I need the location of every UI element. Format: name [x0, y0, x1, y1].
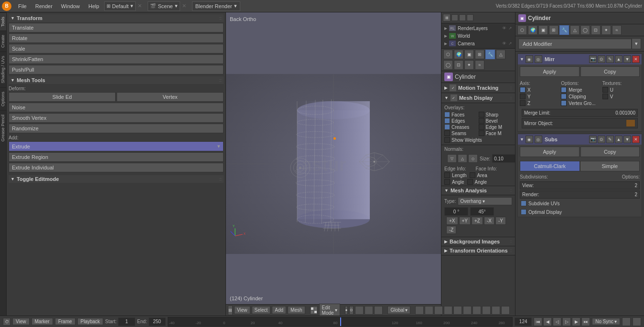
mirror-camera-icon[interactable]: 📷 — [589, 55, 597, 63]
mesh-display-header[interactable]: ▼ ✓ Mesh Display :: — [441, 93, 515, 103]
outliner-icon3[interactable] — [459, 14, 466, 21]
mod-prop-icon-scene[interactable]: ⬡ — [517, 25, 527, 35]
axis-btn-px[interactable]: +X — [446, 217, 458, 225]
tex-u-checkbox[interactable] — [602, 87, 608, 93]
checkbox-creases[interactable] — [444, 124, 450, 130]
checkbox-face-angle[interactable] — [467, 179, 473, 185]
axis-btn-ny[interactable]: -Y — [495, 217, 506, 225]
vp-extra-btn8[interactable] — [482, 306, 491, 315]
mod-prop-icon-data[interactable]: △ — [570, 25, 580, 35]
checkbox-showweights[interactable] — [444, 137, 450, 143]
menu-file[interactable]: File — [14, 2, 31, 10]
pb-next-frame[interactable]: ▶ — [572, 317, 580, 326]
prop-icon-physics[interactable]: ≈ — [475, 60, 484, 70]
normals-vertex-btn[interactable]: ◇ — [468, 154, 478, 163]
prop-icon-modifier[interactable]: 🔧 — [485, 50, 495, 59]
pb-play[interactable]: ▷ — [562, 317, 571, 326]
scene-selector[interactable]: 🎬 Scene ▾ — [148, 1, 180, 11]
checkbox-edgem[interactable] — [479, 124, 484, 130]
normals-face-btn2[interactable]: △ — [458, 154, 467, 163]
mesh-analysis-header[interactable]: ▼ Mesh Analysis :: — [441, 186, 515, 195]
mod-prop-icon-object[interactable]: ▣ — [538, 25, 548, 35]
transform-panel-header[interactable]: ▼ Transform :: — [9, 14, 224, 22]
no-sync-dropdown[interactable]: No Sync ▾ — [592, 318, 620, 325]
timeline-extra-btn2[interactable] — [633, 317, 641, 326]
menu-render[interactable]: Render — [32, 2, 56, 10]
vp-snap-btn[interactable] — [355, 306, 364, 315]
btn-smooth-vertex[interactable]: Smooth Vertex — [9, 113, 224, 123]
vp-extra-btn6[interactable] — [463, 306, 472, 315]
subsurf-close-icon[interactable]: ✕ — [632, 136, 640, 143]
menu-help[interactable]: Help — [85, 2, 103, 10]
btn-slide-ed[interactable]: Slide Ed — [9, 92, 116, 102]
btn-extrude-region[interactable]: Extrude Region — [9, 152, 224, 162]
prop-icon-scene[interactable]: ⬡ — [443, 50, 453, 59]
tab-create[interactable]: Create — [0, 31, 6, 52]
mirror-apply-btn[interactable]: Apply — [520, 66, 580, 77]
mirror-object-value[interactable] — [626, 119, 635, 127]
checkbox-edges[interactable] — [444, 118, 450, 124]
subsurf-toggle-icon[interactable]: ◉ — [526, 136, 533, 143]
vp-mesh-btn[interactable]: Mesh — [288, 306, 305, 314]
mirror-up-icon[interactable]: ▲ — [615, 55, 623, 63]
current-frame-value[interactable]: 124 — [515, 317, 532, 326]
btn-shrinkflatten[interactable]: Shrink/Fatten — [9, 54, 224, 64]
btn-pushpull[interactable]: Push/Pull — [9, 65, 224, 74]
mirror-render2-icon[interactable]: ⊙ — [598, 55, 605, 63]
mode-icon-btn[interactable] — [310, 306, 318, 315]
btn-rotate[interactable]: Rotate — [9, 33, 224, 43]
vp-mirror-btn[interactable] — [374, 306, 383, 315]
btn-vertex[interactable]: Vertex — [117, 92, 224, 102]
vp-select-btn[interactable]: Select — [252, 306, 271, 314]
vp-extra-btn4[interactable] — [444, 306, 452, 315]
checkbox-length[interactable] — [444, 172, 450, 178]
mod-prop-icon-particle[interactable]: ✦ — [601, 25, 611, 35]
vertexgro-checkbox[interactable] — [561, 100, 567, 106]
subsurf-camera-icon[interactable]: 📷 — [589, 136, 597, 143]
prop-icon-particle[interactable]: ✦ — [464, 60, 474, 70]
view-value[interactable]: 2 — [634, 183, 637, 188]
subdivide-uvs-checkbox[interactable] — [521, 200, 526, 206]
prop-icon-constraints[interactable]: ⊞ — [475, 50, 484, 59]
angle-field2[interactable] — [470, 207, 494, 216]
pb-jump-start[interactable]: ⏮ — [534, 317, 542, 326]
timeline-ruler[interactable]: -40 -20 0 20 40 80 120 160 200 240 280 — [168, 317, 513, 327]
motion-tracking-header[interactable]: ▶ ✓ Motion Tracking :: — [441, 83, 515, 93]
tex-v-checkbox[interactable] — [602, 94, 608, 99]
vp-extra-btn2[interactable] — [425, 306, 433, 315]
timeline-editor-icon[interactable]: ⏱ — [3, 318, 11, 326]
subsurf-edit-icon[interactable]: ✎ — [606, 136, 614, 143]
btn-translate[interactable]: Translate — [9, 23, 224, 32]
mirror-close-icon[interactable]: ✕ — [632, 55, 640, 63]
subsurf-apply-btn[interactable]: Apply — [520, 147, 580, 157]
mirror-copy-btn[interactable]: Copy — [580, 66, 640, 77]
vp-extra-btn10[interactable] — [501, 306, 510, 315]
prop-icon-data[interactable]: △ — [496, 50, 505, 59]
btn-extrude[interactable]: Extrude ▾ — [9, 141, 224, 151]
btn-extrude-individual[interactable]: Extrude Individual — [9, 163, 224, 172]
render-value[interactable]: 2 — [634, 192, 637, 197]
add-modifier-dropdown[interactable]: ▾ — [632, 38, 641, 49]
normals-size-input[interactable] — [492, 154, 515, 163]
axis-z-checkbox[interactable] — [520, 100, 526, 106]
mirror-render-icon[interactable]: ◎ — [535, 55, 542, 63]
merge-checkbox[interactable] — [561, 87, 567, 93]
checkbox-edge-angle[interactable] — [444, 179, 450, 185]
checkbox-seams[interactable] — [444, 130, 450, 136]
axis-btn-nx[interactable]: -X — [484, 217, 494, 225]
subsurf-render-icon[interactable]: ◎ — [535, 136, 542, 143]
outliner-item-world[interactable]: ▶ W World — [441, 32, 515, 40]
clipping-checkbox[interactable] — [561, 94, 567, 99]
background-images-header[interactable]: ▶ Background Images :: — [441, 237, 515, 246]
axis-btn-py[interactable]: +Y — [459, 217, 471, 225]
subsurf-up-icon[interactable]: ▲ — [615, 136, 623, 143]
vp-add-btn[interactable]: Add — [272, 306, 286, 314]
vp-extra-btn9[interactable] — [492, 306, 500, 315]
meshtools-panel-header[interactable]: ▼ Mesh Tools :: — [9, 76, 224, 84]
vp-prop-btn[interactable] — [365, 306, 373, 315]
simple-btn[interactable]: Simple — [580, 161, 640, 171]
vp-global-dropdown[interactable]: Global ▾ — [387, 306, 410, 314]
vp-solid-btn[interactable]: ● — [345, 306, 348, 315]
timeline-playback-btn[interactable]: Playback — [77, 318, 104, 325]
mod-prop-icon-world[interactable]: 🌍 — [528, 25, 537, 35]
